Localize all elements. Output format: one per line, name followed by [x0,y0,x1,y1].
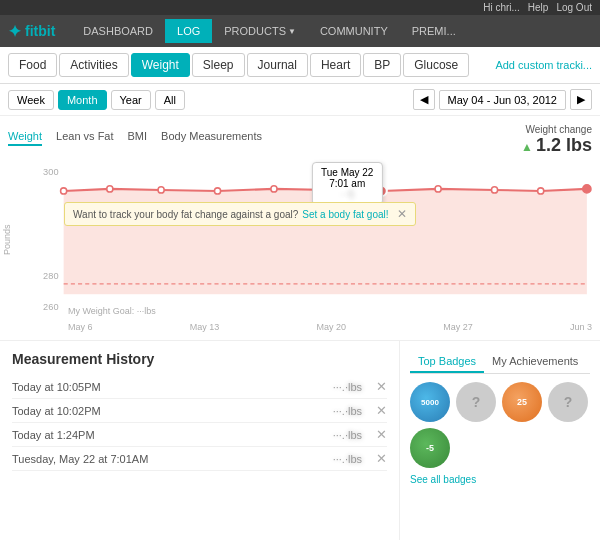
svg-point-9 [271,186,277,192]
chart-sub-tabs: Weight Lean vs Fat BMI Body Measurements [8,128,521,146]
chart-container: Tue May 22 7:01 am ···5 Want to track yo… [38,160,592,320]
svg-point-12 [435,186,441,192]
mh-close-0[interactable]: ✕ [376,379,387,394]
badge-unknown-2: ? [548,382,588,422]
weight-change-label: Weight change [521,124,592,135]
date-prev-button[interactable]: ◀ [413,89,435,110]
mh-close-3[interactable]: ✕ [376,451,387,466]
svg-text:280: 280 [43,271,58,281]
sub-tab-bp[interactable]: BP [363,53,401,77]
mh-value-3: ···.·lbs [333,453,362,465]
table-row: Today at 10:05PM ···.·lbs ✕ [12,375,387,399]
bottom-section: Measurement History Today at 10:05PM ···… [0,341,600,540]
chart-tab-leanvsfat[interactable]: Lean vs Fat [56,128,113,146]
add-custom-link[interactable]: Add custom tracki... [495,59,592,71]
mh-value-0: ···.·lbs [333,381,362,393]
x-label-0: May 6 [68,322,93,332]
dropdown-arrow-icon: ▼ [288,27,296,36]
measurement-history: Measurement History Today at 10:05PM ···… [0,341,400,540]
measurement-history-title: Measurement History [12,351,387,367]
badges-grid: 5000 ? 25 ? -5 [410,382,590,468]
svg-text:260: 260 [43,302,58,312]
svg-point-6 [107,186,113,192]
weight-change-value: 1.2 lbs [536,135,592,155]
nav-tabs: DASHBOARD LOG PRODUCTS ▼ COMMUNITY PREMI… [71,19,467,43]
logo-icon: ✦ [8,22,21,41]
x-label-2: May 20 [316,322,346,332]
badge-unknown-1: ? [456,382,496,422]
nav-tab-community[interactable]: COMMUNITY [308,19,400,43]
mh-time-3: Tuesday, May 22 at 7:01AM [12,453,148,465]
badge-25-label: 25 [517,397,527,407]
badge-5000-label: 5000 [421,398,439,407]
tooltip-date: Tue May 22 [321,167,373,178]
fat-goal-text: Want to track your body fat change again… [73,209,298,220]
mh-close-1[interactable]: ✕ [376,403,387,418]
x-label-4: Jun 3 [570,322,592,332]
period-week[interactable]: Week [8,90,54,110]
chart-tab-bmi[interactable]: BMI [128,128,148,146]
logo[interactable]: ✦ fitbit [8,22,55,41]
badge-tab-top[interactable]: Top Badges [410,351,484,373]
date-range: May 04 - Jun 03, 2012 [439,90,566,110]
help-link[interactable]: Help [528,2,549,13]
x-labels: May 6 May 13 May 20 May 27 Jun 3 [38,320,592,332]
badge-5: -5 [410,428,450,468]
nav-tab-log[interactable]: LOG [165,19,212,43]
nav-tab-premium[interactable]: PREMI... [400,19,468,43]
svg-point-15 [583,185,591,193]
table-row: Today at 10:02PM ···.·lbs ✕ [12,399,387,423]
badges-section: Top Badges My Achievements 5000 ? 25 ? -… [400,341,600,540]
nav-tab-products[interactable]: PRODUCTS ▼ [212,19,308,43]
badges-tabs: Top Badges My Achievements [410,351,590,374]
mh-time-0: Today at 10:05PM [12,381,101,393]
mh-value-1: ···.·lbs [333,405,362,417]
sub-tab-heart[interactable]: Heart [310,53,361,77]
nav-tab-dashboard[interactable]: DASHBOARD [71,19,165,43]
fat-goal-banner: Want to track your body fat change again… [64,202,416,226]
chart-tab-bodymeasurements[interactable]: Body Measurements [161,128,262,146]
y-axis-label: Pounds [2,190,12,290]
badge-tab-achievements[interactable]: My Achievements [484,351,586,373]
period-bar: Week Month Year All ◀ May 04 - Jun 03, 2… [0,84,600,116]
logout-link[interactable]: Log Out [556,2,592,13]
svg-point-7 [158,187,164,193]
tooltip-time: 7:01 am [321,178,373,189]
mh-time-1: Today at 10:02PM [12,405,101,417]
sub-tab-glucose[interactable]: Glucose [403,53,469,77]
period-year[interactable]: Year [111,90,151,110]
top-bar: Hi chri... Help Log Out [0,0,600,15]
sub-tab-activities[interactable]: Activities [59,53,128,77]
svg-point-14 [538,188,544,194]
sub-tab-weight[interactable]: Weight [131,53,190,77]
period-all[interactable]: All [155,90,185,110]
sub-tab-food[interactable]: Food [8,53,57,77]
chart-tab-weight[interactable]: Weight [8,128,42,146]
tooltip-value: ···5 [321,189,373,200]
table-row: Tuesday, May 22 at 7:01AM ···.·lbs ✕ [12,447,387,471]
sub-tab-sleep[interactable]: Sleep [192,53,245,77]
fat-goal-link[interactable]: Set a body fat goal! [302,209,388,220]
fat-goal-close-icon[interactable]: ✕ [397,207,407,221]
weight-change-arrow: ▲ [521,140,533,154]
weight-goal-label: My Weight Goal: ···lbs [68,306,156,316]
nav-bar: ✦ fitbit DASHBOARD LOG PRODUCTS ▼ COMMUN… [0,15,600,47]
chart-wrapper: Pounds Tue May 22 7:01 am ···5 Want to t… [8,160,592,332]
tooltip: Tue May 22 7:01 am ···5 [312,162,382,205]
date-nav: ◀ May 04 - Jun 03, 2012 ▶ [413,89,592,110]
sub-nav: Food Activities Weight Sleep Journal Hea… [0,47,600,84]
table-row: Today at 1:24PM ···.·lbs ✕ [12,423,387,447]
svg-text:300: 300 [43,167,58,177]
sub-tabs: Food Activities Weight Sleep Journal Hea… [8,53,469,77]
x-label-3: May 27 [443,322,473,332]
date-next-button[interactable]: ▶ [570,89,592,110]
mh-close-2[interactable]: ✕ [376,427,387,442]
see-all-badges-link[interactable]: See all badges [410,474,590,485]
sub-tab-journal[interactable]: Journal [247,53,308,77]
badge-5-label: -5 [426,443,434,453]
period-month[interactable]: Month [58,90,107,110]
badge-25: 25 [502,382,542,422]
logo-text: fitbit [25,23,55,39]
x-label-1: May 13 [190,322,220,332]
badge-unknown-1-label: ? [472,394,481,410]
